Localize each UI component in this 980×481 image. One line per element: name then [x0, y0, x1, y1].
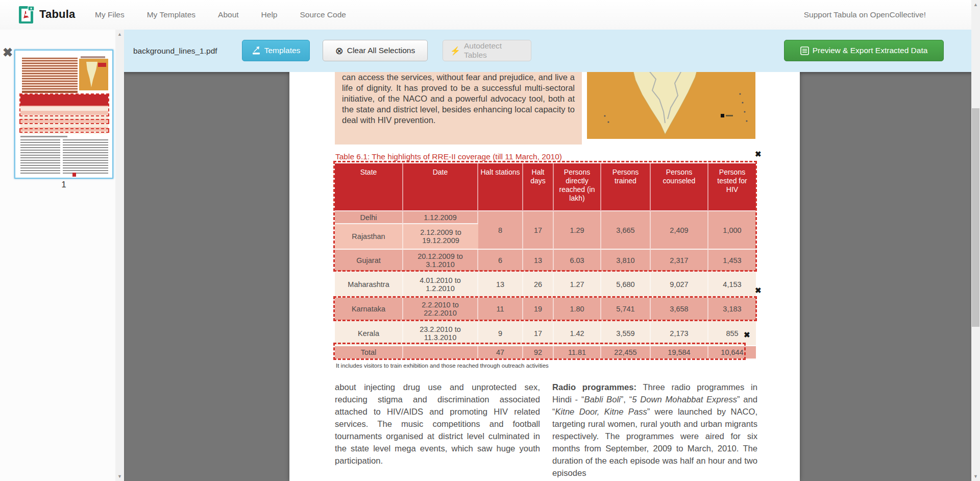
autodetect-tables-button[interactable]: ⚡ Autodetect Tables: [443, 40, 531, 61]
thumbnail-page-number: 1: [14, 180, 113, 190]
nav-links: My Files My Templates About Help Source …: [95, 0, 346, 29]
pdf-left-paragraph: about injecting drug use and unprotected…: [335, 381, 540, 467]
thumb-map-block: [79, 59, 108, 90]
circle-x-icon: ⊗: [335, 46, 344, 56]
thumb-selection-3: [19, 128, 109, 133]
templates-button-label: Templates: [264, 46, 301, 55]
nav-source-code[interactable]: Source Code: [300, 10, 346, 19]
top-navbar: Tabula My Files My Templates About Help …: [0, 0, 971, 30]
template-export-icon: [252, 46, 261, 55]
thumb-text-column-left: [20, 139, 60, 175]
radio-title-italic: 5 Down Mohabbat Express: [632, 395, 737, 404]
pdf-table-title: Table 6.1: The highlights of RRE-II cove…: [335, 152, 693, 161]
cell: 4.01.2010 to 1.2.2010: [403, 272, 478, 298]
document-filename: background_lines_1.pdf: [133, 30, 217, 72]
scroll-up-icon[interactable]: ▲: [971, 2, 980, 7]
document-toolbar: background_lines_1.pdf Templates ⊗ Clear…: [124, 30, 971, 72]
table-row: Maharashtra 4.01.2010 to 1.2.2010 13 26 …: [335, 272, 756, 298]
scroll-down-icon[interactable]: ▼: [971, 474, 980, 479]
thumb-map-label: [98, 63, 106, 67]
radio-text: ” were launched by NACO, targeting rural…: [552, 407, 757, 478]
table-selection-2[interactable]: [333, 296, 757, 321]
cell: 26: [523, 272, 554, 298]
thumb-paragraph-block: [22, 58, 78, 93]
clear-all-selections-label: Clear All Selections: [347, 46, 415, 55]
thumb-page-number-badge: [72, 173, 76, 177]
radio-text: ”, “: [621, 395, 632, 404]
thumb-selection-2: [19, 119, 109, 124]
scroll-up-icon[interactable]: ▲: [115, 32, 124, 37]
preview-export-label: Preview & Export Extracted Data: [813, 46, 928, 55]
pdf-right-paragraph: Radio programmes: Three radio programmes…: [552, 381, 757, 479]
pdf-page[interactable]: can access the services, without fear an…: [289, 72, 800, 481]
nav-help[interactable]: Help: [261, 10, 278, 19]
close-selection-1-icon[interactable]: ✖: [755, 150, 762, 158]
cell: 4,153: [708, 272, 756, 298]
table-selection-1[interactable]: [333, 161, 757, 272]
support-opencollective-link[interactable]: Support Tabula on OpenCollective!: [804, 10, 926, 19]
cell: Maharashtra: [335, 272, 403, 298]
brand-link[interactable]: Tabula: [18, 4, 75, 25]
sidebar-scrollbar[interactable]: ▲ ▼: [115, 30, 124, 481]
scroll-down-icon[interactable]: ▼: [115, 474, 124, 479]
thumb-text-column-right: [63, 139, 108, 175]
clear-all-selections-button[interactable]: ⊗ Clear All Selections: [323, 40, 428, 61]
tabula-logo-icon: [18, 4, 35, 25]
pdf-top-paragraph: can access the services, without fear an…: [335, 72, 582, 145]
thumb-header-text: [81, 56, 105, 58]
main-scrollbar[interactable]: ▲ ▼: [971, 0, 980, 481]
close-selection-2-icon[interactable]: ✖: [755, 286, 762, 294]
scrollbar-thumb[interactable]: [972, 108, 979, 327]
remove-page-icon[interactable]: ✖: [3, 46, 13, 59]
preview-export-button[interactable]: Preview & Export Extracted Data: [784, 40, 944, 61]
thumb-footnote-line: [20, 136, 67, 137]
radio-title-italic: Babli Boli: [584, 395, 620, 404]
close-selection-3-icon[interactable]: ✖: [744, 331, 750, 339]
radio-title-italic: Kitne Door, Kitne Pass: [555, 407, 647, 417]
autodetect-tables-label: Autodetect Tables: [464, 41, 524, 60]
cell: 1.27: [554, 272, 601, 298]
spreadsheet-icon: [800, 46, 809, 55]
page-thumbnails-sidebar: ✖ 1: [0, 30, 115, 481]
tabula-app: Tabula My Files My Templates About Help …: [0, 0, 980, 481]
nav-my-files[interactable]: My Files: [95, 10, 125, 19]
brand-title: Tabula: [39, 8, 75, 21]
nav-about[interactable]: About: [218, 10, 239, 19]
pdf-viewer-area: can access the services, without fear an…: [124, 72, 971, 481]
radio-programmes-label: Radio programmes:: [552, 382, 636, 392]
nav-right: Support Tabula on OpenCollective!: [804, 0, 926, 29]
pdf-india-map: [587, 72, 755, 139]
nav-my-templates[interactable]: My Templates: [147, 10, 195, 19]
templates-button[interactable]: Templates: [242, 40, 310, 61]
cell: 13: [478, 272, 523, 298]
pdf-table-footnote: It includes visitors to train exhibition…: [336, 363, 549, 369]
lightning-bolt-icon: ⚡: [450, 46, 460, 56]
cell: 5,680: [601, 272, 651, 298]
thumb-selection-1: [19, 93, 109, 116]
table-selection-3[interactable]: [333, 343, 746, 360]
thumb-map-land: [86, 62, 97, 87]
page-thumbnail-1[interactable]: [14, 50, 113, 179]
cell: 9,027: [651, 272, 708, 298]
